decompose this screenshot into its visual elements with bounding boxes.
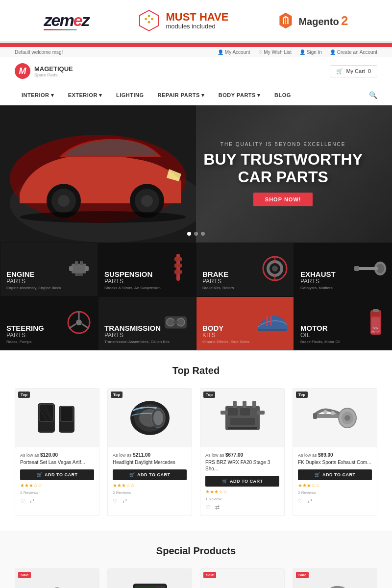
hero-dot-1[interactable] [187, 232, 191, 236]
add-to-cart-btn-2[interactable]: 🛒 ADD TO CART [113, 469, 187, 480]
svg-point-4 [148, 21, 150, 24]
cat-body-desc: Ground Effects, Side Skirts [202, 340, 288, 344]
compare-icon-4[interactable]: ⇄ [308, 498, 312, 504]
hero-cta-button[interactable]: SHOP NOW! [253, 193, 313, 206]
cat-brake[interactable]: BRAKE PARTS Brake Kits, Rotors [196, 243, 294, 296]
cat-body[interactable]: BODY KITS Ground Effects, Side Skirts [196, 296, 294, 350]
search-icon[interactable]: 🔍 [369, 85, 377, 105]
product-badge-1: Top [18, 392, 30, 398]
svg-rect-73 [228, 427, 257, 429]
signin-link[interactable]: 👤 Sign In [299, 49, 322, 55]
compare-icon-3[interactable]: ⇄ [215, 504, 220, 511]
wishlist-icon-4[interactable]: ♡ [298, 498, 303, 504]
menu-blog[interactable]: BLOG [268, 86, 298, 104]
my-account-link[interactable]: 👤 My Account [218, 49, 250, 55]
cart-icon-1: 🛒 [37, 472, 43, 477]
cat-suspension[interactable]: SUSPENSION PARTS Shocks & Struts, Air Su… [98, 243, 196, 296]
musthave-text: MUST HAVE modules included [166, 12, 228, 30]
cat-engine-img [64, 254, 94, 285]
hero-dot-3[interactable] [201, 232, 205, 236]
red-border [0, 43, 392, 47]
musthave-badge: MUST HAVE modules included [137, 9, 228, 32]
menu-exterior[interactable]: EXTERIOR ▾ [61, 86, 109, 104]
add-to-cart-btn-1[interactable]: 🛒 ADD TO CART [20, 469, 94, 480]
product-price-4: As low as $69.00 [298, 452, 372, 458]
cat-exhaust-img [353, 259, 388, 280]
menu-interior[interactable]: INTERIOR ▾ [15, 86, 61, 104]
special-card-3: Sale [200, 568, 285, 588]
cart-icon-3: 🛒 [222, 479, 228, 484]
product-name-4: FK Duplex Sports Exhaust Com... [298, 459, 372, 466]
cart-button[interactable]: 🛒 My Cart 0 [330, 65, 377, 77]
menu-lighting[interactable]: LIGHTING [109, 86, 151, 104]
svg-rect-62 [60, 407, 73, 421]
compare-icon-2[interactable]: ⇄ [122, 498, 127, 504]
stars-1: ★★★☆☆ [20, 483, 94, 488]
special-products-grid: Sale [15, 568, 377, 588]
product-card-1: Top [15, 388, 99, 516]
svg-point-43 [177, 318, 185, 326]
product-card-4: Top As low [293, 388, 377, 516]
add-to-cart-label-2: ADD TO CART [137, 472, 170, 477]
wishlist-link[interactable]: ♡ My Wish List [258, 49, 292, 55]
product-badge-4: Top [296, 392, 308, 398]
compare-icon-1[interactable]: ⇄ [30, 498, 34, 504]
cat-brake-desc: Brake Kits, Rotors [202, 286, 288, 290]
hero-dots [187, 232, 205, 236]
special-badge-3: Sale [203, 572, 216, 578]
svg-rect-22 [75, 273, 83, 276]
svg-point-42 [167, 318, 174, 326]
svg-rect-35 [354, 266, 359, 271]
svg-rect-44 [173, 321, 178, 324]
store-nav: M MAGETIQUE Spare Parts 🛒 My Cart 0 [0, 57, 392, 85]
svg-point-12 [58, 195, 70, 207]
product-name-3: FRS BRZ WRX FA20 Stage 3 Sho... [205, 459, 279, 472]
product-name-2: Headlight Daylight Mercedes [113, 459, 187, 466]
add-to-cart-btn-4[interactable]: 🛒 ADD TO CART [298, 469, 372, 480]
svg-rect-72 [230, 418, 255, 425]
store-menu: INTERIOR ▾ EXTERIOR ▾ LIGHTING REPAIR PA… [0, 85, 392, 105]
cat-motor-img: OIL MOTOR [363, 305, 388, 342]
hero-car-area [0, 105, 196, 243]
svg-rect-76 [252, 401, 256, 408]
product-name-1: Portseat Set Las Vegas Artif... [20, 459, 94, 466]
cat-transmission[interactable]: TRANSMISSION PARTS Transmission Assembli… [98, 296, 196, 350]
svg-point-84 [331, 411, 335, 415]
cat-transmission-img [160, 309, 192, 338]
svg-rect-71 [240, 408, 250, 416]
store-logo: M MAGETIQUE Spare Parts [15, 63, 73, 79]
reviews-1: 2 Reviews [20, 490, 94, 495]
wishlist-icon-2[interactable]: ♡ [113, 498, 118, 504]
product-card-2: Top As low [107, 388, 192, 516]
cat-steering[interactable]: STEERING PARTS Racks, Pumps [0, 296, 98, 350]
logo-initial: M [15, 63, 30, 79]
cat-motor-oil[interactable]: MOTOR OIL Brake Fluids, Motor Oil OIL MO… [294, 296, 392, 350]
product-card-3: Top [200, 388, 285, 516]
welcome-msg: Default welcome msg! [15, 49, 63, 55]
menu-body-parts[interactable]: BODY PARTS ▾ [212, 86, 268, 104]
add-to-cart-btn-3[interactable]: 🛒 ADD TO CART [205, 476, 279, 487]
category-grid-row2: STEERING PARTS Racks, Pumps TRANSMISSION… [0, 296, 392, 350]
cat-steering-desc: Racks, Pumps [6, 340, 92, 344]
svg-rect-60 [39, 422, 53, 431]
svg-rect-20 [75, 261, 78, 265]
store-wrapper: Default welcome msg! 👤 My Account ♡ My W… [0, 47, 392, 588]
svg-rect-17 [72, 264, 86, 273]
top-banner: zemez MUST HAVE modules included Magento… [0, 0, 392, 43]
wishlist-icon-3[interactable]: ♡ [205, 504, 210, 511]
product-actions-4: ♡ ⇄ [298, 498, 372, 504]
menu-repair-parts[interactable]: REPAIR PARTS ▾ [150, 86, 211, 104]
logo-text: MAGETIQUE Spare Parts [34, 65, 73, 77]
svg-rect-25 [174, 264, 182, 268]
svg-point-16 [20, 211, 186, 223]
svg-point-29 [272, 266, 278, 271]
create-account-link[interactable]: 👤 Create an Account [330, 49, 377, 55]
zemes-logo: zemez [44, 11, 89, 30]
svg-point-15 [141, 195, 153, 207]
add-to-cart-label-3: ADD TO CART [230, 479, 263, 484]
wishlist-icon-1[interactable]: ♡ [20, 498, 25, 504]
musthave-subtitle: modules included [166, 23, 228, 30]
cat-exhaust[interactable]: EXHAUST PARTS Catalysts, Mufflers [294, 243, 392, 296]
cat-engine[interactable]: ENGINE PARTS Engine Assembly, Engine Blo… [0, 243, 98, 296]
hero-dot-2[interactable] [194, 232, 198, 236]
